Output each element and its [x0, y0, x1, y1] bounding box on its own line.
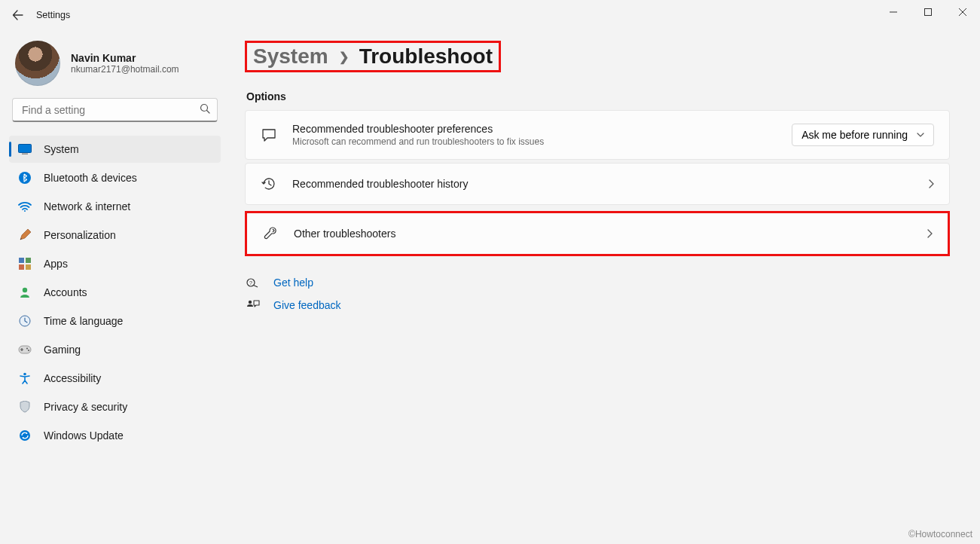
give-feedback-row: Give feedback	[246, 298, 950, 312]
svg-rect-2	[19, 145, 32, 153]
minimize-icon	[890, 8, 897, 16]
card-title: Recommended troubleshooter history	[292, 178, 913, 190]
sidebar-item-label: Network & internet	[44, 200, 130, 212]
sidebar-item-personalization[interactable]: Personalization	[9, 222, 221, 249]
svg-point-10	[23, 288, 27, 292]
card-title: Other troubleshooters	[294, 228, 911, 240]
sidebar-item-label: Time & language	[44, 315, 123, 327]
card-subtitle: Microsoft can recommend and run troubles…	[292, 136, 777, 147]
history-icon	[261, 176, 277, 192]
sidebar-item-accounts[interactable]: Accounts	[9, 279, 221, 306]
avatar	[15, 41, 60, 86]
nav: System Bluetooth & devices Network & int…	[9, 136, 221, 449]
feedback-icon	[246, 298, 260, 312]
user-name: Navin Kumar	[71, 52, 179, 64]
search-icon	[200, 103, 210, 117]
chevron-right-icon	[927, 229, 933, 238]
sidebar-item-accessibility[interactable]: Accessibility	[9, 365, 221, 392]
card-title: Recommended troubleshooter preferences	[292, 123, 777, 135]
svg-rect-3	[22, 154, 28, 155]
svg-rect-9	[26, 264, 31, 270]
sidebar-item-privacy[interactable]: Privacy & security	[9, 393, 221, 420]
sidebar-item-label: Bluetooth & devices	[44, 172, 137, 184]
give-feedback-link[interactable]: Give feedback	[273, 299, 341, 311]
accounts-icon	[18, 286, 32, 299]
svg-rect-6	[19, 258, 24, 263]
sidebar-item-windows-update[interactable]: Windows Update	[9, 422, 221, 449]
get-help-link[interactable]: Get help	[273, 277, 313, 289]
sidebar-item-time-language[interactable]: Time & language	[9, 307, 221, 335]
svg-rect-8	[19, 264, 24, 270]
sidebar: Navin Kumar nkumar2171@hotmail.com Syste…	[0, 30, 230, 544]
dropdown-value: Ask me before running	[801, 129, 908, 141]
user-profile[interactable]: Navin Kumar nkumar2171@hotmail.com	[9, 36, 221, 98]
gaming-icon	[18, 343, 32, 356]
search-input[interactable]	[12, 98, 218, 122]
help-links: ? Get help Give feedback	[245, 276, 950, 312]
user-email: nkumar2171@hotmail.com	[71, 64, 179, 75]
window-controls	[876, 0, 980, 24]
maximize-icon	[924, 8, 932, 16]
svg-rect-0	[925, 9, 932, 16]
sidebar-item-label: Accessibility	[44, 372, 101, 384]
svg-point-16	[20, 430, 30, 441]
watermark: ©Howtoconnect	[908, 529, 972, 539]
chevron-right-icon: ❯	[339, 50, 349, 64]
help-icon: ?	[246, 276, 260, 289]
content: System ❯ Troubleshoot Options Recommende…	[230, 30, 980, 544]
svg-rect-7	[26, 258, 31, 263]
svg-point-14	[28, 350, 29, 351]
sidebar-item-label: Personalization	[44, 229, 116, 241]
personalization-icon	[18, 228, 32, 242]
sidebar-item-label: Windows Update	[44, 429, 124, 442]
sidebar-item-network[interactable]: Network & internet	[9, 193, 221, 220]
minimize-button[interactable]	[876, 0, 911, 24]
sidebar-item-gaming[interactable]: Gaming	[9, 336, 221, 363]
card-recommended-history[interactable]: Recommended troubleshooter history	[245, 163, 950, 205]
card-other-troubleshooters[interactable]: Other troubleshooters	[245, 211, 950, 256]
svg-point-15	[23, 373, 26, 376]
sidebar-item-apps[interactable]: Apps	[9, 250, 221, 277]
sidebar-item-label: Privacy & security	[44, 401, 127, 413]
sidebar-item-label: Apps	[44, 258, 68, 270]
accessibility-icon	[18, 371, 32, 385]
sidebar-item-bluetooth[interactable]: Bluetooth & devices	[9, 164, 221, 191]
svg-point-19	[249, 301, 252, 304]
breadcrumb-current: Troubleshoot	[359, 44, 493, 69]
titlebar: Settings	[0, 0, 980, 30]
bluetooth-icon	[18, 171, 32, 185]
shield-icon	[18, 400, 32, 414]
wrench-icon	[262, 225, 279, 242]
app-title: Settings	[36, 10, 70, 20]
card-recommended-preferences[interactable]: Recommended troubleshooter preferences M…	[245, 110, 950, 160]
chevron-right-icon	[928, 179, 934, 188]
maximize-button[interactable]	[911, 0, 945, 24]
section-title: Options	[246, 90, 950, 102]
apps-icon	[18, 257, 32, 270]
arrow-left-icon	[12, 9, 24, 21]
get-help-row: ? Get help	[246, 276, 950, 289]
time-language-icon	[18, 314, 32, 328]
chat-icon	[261, 127, 277, 143]
back-button[interactable]	[6, 3, 30, 27]
sidebar-item-label: Gaming	[44, 344, 81, 356]
sidebar-item-label: System	[44, 143, 79, 155]
system-icon	[18, 142, 32, 156]
close-button[interactable]	[945, 0, 980, 24]
svg-point-5	[24, 210, 26, 212]
close-icon	[959, 8, 966, 16]
breadcrumb: System ❯ Troubleshoot	[245, 41, 950, 72]
preferences-dropdown[interactable]: Ask me before running	[792, 124, 934, 146]
windows-update-icon	[18, 429, 32, 442]
svg-point-13	[26, 348, 28, 350]
svg-text:?: ?	[249, 280, 252, 286]
chevron-down-icon	[917, 133, 924, 137]
sidebar-item-label: Accounts	[44, 286, 87, 298]
network-icon	[18, 200, 32, 213]
breadcrumb-parent[interactable]: System	[253, 44, 328, 69]
search-box	[12, 98, 218, 122]
sidebar-item-system[interactable]: System	[9, 136, 221, 163]
